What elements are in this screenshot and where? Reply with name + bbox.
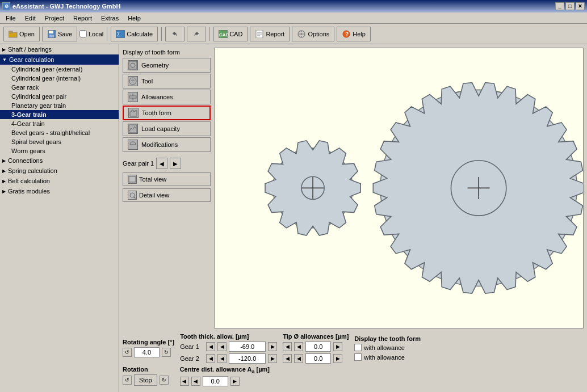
svg-text:Σ: Σ (117, 31, 120, 37)
gear-pair-next-button[interactable]: ▶ (170, 158, 181, 169)
tip1-input[interactable] (305, 342, 331, 352)
calculate-icon: Σ (116, 29, 125, 39)
rotating-angle-decrease[interactable]: ↺ (123, 348, 132, 357)
sidebar-section-spring[interactable]: ▶ Spring calculation (0, 166, 119, 176)
load-capacity-button[interactable]: Load capacity (123, 121, 211, 136)
save-label: Save (58, 31, 72, 37)
gear1-tt-decrease2[interactable]: ◀ (217, 342, 227, 351)
sidebar-section-connections[interactable]: ▶ Connections (0, 155, 119, 166)
detail-view-button[interactable]: Detail view (123, 188, 211, 202)
cad-icon: CAD (219, 29, 228, 39)
sidebar-item-planetary[interactable]: Planetary gear train (0, 101, 119, 110)
gear2-tt-decrease2[interactable]: ◀ (217, 354, 227, 363)
sidebar-item-3gear[interactable]: 3-Gear train (0, 110, 119, 119)
centre-dist-label: Centre dist. allowance Aa [µm] (180, 366, 270, 374)
save-button[interactable]: Save (42, 27, 77, 41)
gear1-tt-increase[interactable]: ▶ (268, 342, 277, 351)
sidebar-item-spiral[interactable]: Spiral bevel gears (0, 137, 119, 146)
sidebar-section-gear-calc[interactable]: ▼ Gear calculation (0, 54, 119, 65)
svg-point-15 (300, 33, 303, 35)
tooth-thick-label: Tooth thick. allow. [µm] (180, 333, 277, 340)
modifications-button[interactable]: Modifications (123, 137, 211, 152)
gear2-tt-increase[interactable]: ▶ (268, 354, 277, 363)
sidebar-gear-calc-label: Gear calculation (9, 56, 54, 63)
allowance2-checkbox[interactable] (354, 353, 362, 361)
tip2-decrease2[interactable]: ◀ (294, 354, 303, 363)
total-view-button[interactable]: Total view (123, 172, 211, 186)
menu-help[interactable]: Help (123, 14, 145, 23)
undo-button[interactable] (165, 27, 185, 41)
bottom-panel: Rotating angle [°] ↺ ↻ Tooth thick. allo… (123, 331, 584, 389)
sidebar-section-belt[interactable]: ▶ Belt calculation (0, 176, 119, 186)
gear1-label: Gear 1 (180, 343, 204, 350)
sidebar-item-cyl-int[interactable]: Cylindrical gear (internal) (0, 74, 119, 83)
sidebar-item-worm[interactable]: Worm gears (0, 146, 119, 155)
svg-rect-25 (129, 96, 136, 98)
geometry-button[interactable]: Geometry (123, 58, 211, 73)
sidebar-item-cyl-pair[interactable]: Cylindrical gear pair (0, 92, 119, 101)
calculate-button[interactable]: Σ Calculate (111, 27, 158, 41)
help-button[interactable]: ? Help (337, 27, 371, 41)
stop-button[interactable]: Stop (134, 374, 157, 386)
toolbar: Open Save Local Σ Calculate CAD CAD (0, 24, 587, 44)
allowances-button[interactable]: Allowances (123, 90, 211, 104)
folder-open-icon (9, 29, 18, 39)
minimize-button[interactable]: _ (555, 2, 564, 10)
report-button[interactable]: Report (250, 27, 290, 41)
centre-dist-decrease2[interactable]: ◀ (191, 377, 200, 386)
close-button[interactable]: ✕ (576, 2, 585, 10)
sidebar-item-4gear[interactable]: 4-Gear train (0, 119, 119, 128)
tip2-input[interactable] (305, 353, 331, 364)
svg-text:CAD: CAD (219, 32, 228, 37)
sidebar-section-gratis[interactable]: ▶ Gratis modules (0, 186, 119, 196)
gear-pair-prev-button[interactable]: ◀ (156, 158, 167, 169)
menu-edit[interactable]: Edit (20, 14, 40, 23)
tip2-decrease[interactable]: ◀ (283, 354, 292, 363)
gear2-tt-decrease[interactable]: ◀ (206, 354, 215, 363)
tool-button[interactable]: Tool (123, 74, 211, 88)
open-button[interactable]: Open (3, 27, 40, 41)
sidebar-item-gear-rack[interactable]: Gear rack (0, 83, 119, 92)
options-button[interactable]: Options (292, 27, 334, 41)
sidebar-item-bevel[interactable]: Bevel gears - straight/helical (0, 128, 119, 137)
centre-dist-decrease[interactable]: ◀ (180, 377, 189, 386)
tip1-decrease[interactable]: ◀ (283, 342, 292, 351)
detail-view-label: Detail view (139, 192, 169, 199)
report-label: Report (266, 31, 284, 37)
connections-arrow-icon: ▶ (2, 158, 6, 163)
rotation-back[interactable]: ↺ (123, 376, 132, 385)
maximize-button[interactable]: □ (565, 2, 575, 10)
local-checkbox[interactable] (79, 30, 87, 37)
allowances-icon (128, 92, 138, 102)
cad-button[interactable]: CAD CAD (213, 27, 248, 41)
menu-report[interactable]: Report (69, 14, 97, 23)
allowance1-checkbox[interactable] (354, 344, 362, 351)
menu-extras[interactable]: Extras (97, 14, 123, 23)
rotating-angle-label: Rotating angle [°] (123, 339, 174, 345)
app-icon: ⚙ (2, 2, 10, 10)
tip-allowances-label: Tip Ø allowances [µm] (283, 333, 349, 340)
allowances-label: Allowances (141, 94, 173, 100)
tip1-decrease2[interactable]: ◀ (294, 342, 303, 351)
rotation-group: Rotation ↺ Stop ↻ (123, 366, 169, 386)
sidebar-item-cyl-ext[interactable]: Cylindrical gear (external) (0, 65, 119, 74)
redo-button[interactable] (187, 27, 206, 41)
save-icon (47, 29, 56, 39)
gear1-tt-input[interactable] (229, 342, 266, 352)
tip2-increase[interactable]: ▶ (333, 354, 342, 363)
menu-file[interactable]: File (1, 14, 20, 23)
centre-dist-input[interactable] (203, 376, 228, 386)
sidebar-shaft-label: Shaft / bearings (8, 46, 52, 53)
tip1-increase[interactable]: ▶ (333, 342, 342, 351)
rotating-angle-increase[interactable]: ↻ (162, 348, 171, 357)
sidebar-section-shaft[interactable]: ▶ Shaft / bearings (0, 44, 119, 54)
belt-arrow-icon: ▶ (2, 179, 6, 184)
gear1-tt-decrease[interactable]: ◀ (206, 342, 215, 351)
centre-dist-increase[interactable]: ▶ (230, 377, 240, 386)
rotation-fwd[interactable]: ↻ (160, 376, 169, 385)
menu-project[interactable]: Project (40, 14, 69, 23)
rotating-angle-input[interactable] (134, 347, 160, 357)
gear2-tt-input[interactable] (229, 353, 266, 364)
tool-icon (128, 76, 138, 86)
tooth-form-button[interactable]: Tooth form (123, 106, 211, 120)
